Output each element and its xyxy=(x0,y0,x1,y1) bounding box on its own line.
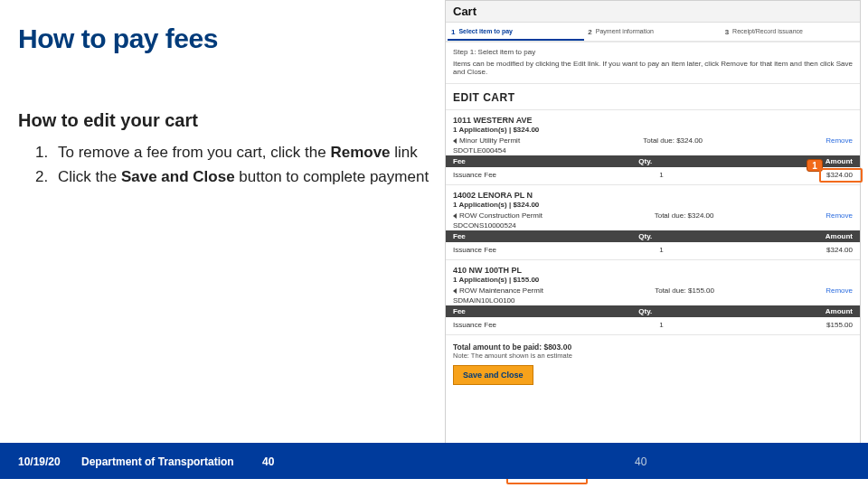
edit-cart-heading: EDIT CART xyxy=(446,84,860,110)
col-fee: Fee xyxy=(453,157,466,165)
fee-table-header: Fee Qty. Amount xyxy=(446,305,860,317)
step2-suffix: button to complete payment xyxy=(235,168,429,185)
wizard-step-2[interactable]: 2 Payment information xyxy=(584,28,721,37)
item-summary: 1 Application(s) | $324.00 xyxy=(446,201,860,211)
cart-heading: Cart xyxy=(446,1,860,23)
total-note: Note: The amount shown is an estimate xyxy=(453,352,853,360)
step-number: 1 xyxy=(451,28,455,36)
footer-department: Department of Transportation xyxy=(81,455,234,468)
cart-item: 410 NW 100TH PL 1 Application(s) | $155.… xyxy=(446,260,860,335)
fee-row: Issuance Fee 1 $155.00 xyxy=(446,317,860,334)
wizard-steps: 1 Select item to pay 2 Payment informati… xyxy=(446,23,860,42)
item-summary: 1 Application(s) | $324.00 xyxy=(446,126,860,136)
permit-id: SDMAIN10LO0100 xyxy=(453,296,514,305)
step2-bold: Save and Close xyxy=(121,168,235,185)
permit-id: SDCONS10000524 xyxy=(453,221,516,230)
col-fee: Fee xyxy=(453,232,466,240)
total-due: Total due: $324.00 xyxy=(655,211,714,220)
step1-prefix: To remove a fee from you cart, click the xyxy=(58,144,330,161)
wizard-step-1[interactable]: 1 Select item to pay xyxy=(448,28,584,41)
permit-name: ROW Maintenance Permit xyxy=(453,286,543,295)
total-due: Total due: $324.00 xyxy=(643,136,703,145)
remove-link[interactable]: Remove xyxy=(826,286,853,295)
fee-amount: $155.00 xyxy=(826,321,853,329)
step-number: 3 xyxy=(725,28,729,36)
save-and-close-button[interactable]: Save and Close xyxy=(453,365,533,385)
step-indicator-text: Step 1: Select item to pay xyxy=(446,42,860,56)
fee-table-header: Fee Qty. Amount xyxy=(446,230,860,242)
embedded-screenshot: Cart 1 Select item to pay 2 Payment info… xyxy=(445,0,861,470)
step-number: 2 xyxy=(588,28,591,36)
step1-suffix: link xyxy=(391,144,418,161)
fee-table-header: Fee Qty. Amount xyxy=(446,155,860,167)
permit-name-text: ROW Construction Permit xyxy=(459,211,542,220)
total-amount: Total amount to be paid: $803.00 xyxy=(453,343,853,352)
fee-name: Issuance Fee xyxy=(453,321,496,329)
slide-footer: 10/19/20 Department of Transportation 40… xyxy=(0,432,868,479)
item-address: 1011 WESTERN AVE xyxy=(446,110,860,126)
wizard-step-3[interactable]: 3 Receipt/Record issuance xyxy=(722,28,858,37)
col-fee: Fee xyxy=(453,307,466,315)
step1-bold: Remove xyxy=(330,144,390,161)
item-summary: 1 Application(s) | $155.00 xyxy=(446,276,860,286)
totals: Total amount to be paid: $803.00 Note: T… xyxy=(446,335,860,360)
col-amount: Amount xyxy=(826,232,853,240)
step-label: Select item to pay xyxy=(458,28,513,34)
footer-page-number-alt: 40 xyxy=(635,455,646,468)
chevron-down-icon xyxy=(453,213,457,219)
instruction-list: To remove a fee from you cart, click the… xyxy=(33,143,430,192)
chevron-down-icon xyxy=(453,288,457,294)
callout-highlight-1 xyxy=(819,168,863,183)
col-amount: Amount xyxy=(826,307,853,315)
footer-page-number: 40 xyxy=(262,455,274,468)
footer-date: 10/19/20 xyxy=(18,455,61,468)
permit-name-text: Minor Utility Permit xyxy=(459,136,520,145)
col-qty: Qty. xyxy=(638,232,652,240)
step-label: Payment information xyxy=(596,28,654,34)
fee-row: Issuance Fee 1 $324.00 xyxy=(446,242,860,259)
col-qty: Qty. xyxy=(638,157,652,165)
slide-subtitle: How to edit your cart xyxy=(18,110,198,131)
permit-name: ROW Construction Permit xyxy=(453,211,542,220)
item-address: 14002 LENORA PL N xyxy=(446,185,860,201)
remove-link[interactable]: Remove xyxy=(826,136,853,145)
permit-name-text: ROW Maintenance Permit xyxy=(459,286,543,295)
cart-item: 14002 LENORA PL N 1 Application(s) | $32… xyxy=(446,185,860,260)
item-address: 410 NW 100TH PL xyxy=(446,260,860,276)
total-due: Total due: $155.00 xyxy=(655,286,714,295)
col-qty: Qty. xyxy=(638,307,652,315)
instruction-text: Items can be modified by clicking the Ed… xyxy=(446,56,860,84)
col-amount: Amount xyxy=(826,157,853,165)
permit-id: SDOTLE000454 xyxy=(453,146,506,155)
instruction-step-1: To remove a fee from you cart, click the… xyxy=(52,143,430,162)
permit-name: Minor Utility Permit xyxy=(453,136,520,145)
fee-qty: 1 xyxy=(659,321,663,329)
slide-title: How to pay fees xyxy=(18,23,218,54)
fee-row: Issuance Fee 1 $324.00 xyxy=(446,167,860,184)
fee-name: Issuance Fee xyxy=(453,246,496,254)
fee-qty: 1 xyxy=(659,171,663,179)
instruction-step-2: Click the Save and Close button to compl… xyxy=(52,167,430,186)
fee-qty: 1 xyxy=(659,246,663,254)
fee-name: Issuance Fee xyxy=(453,171,496,179)
chevron-down-icon xyxy=(453,138,457,144)
remove-link[interactable]: Remove xyxy=(826,211,853,220)
cart-item: 1011 WESTERN AVE 1 Application(s) | $324… xyxy=(446,110,860,185)
fee-amount: $324.00 xyxy=(826,246,853,254)
step2-prefix: Click the xyxy=(58,168,121,185)
step-label: Receipt/Record issuance xyxy=(732,28,803,34)
